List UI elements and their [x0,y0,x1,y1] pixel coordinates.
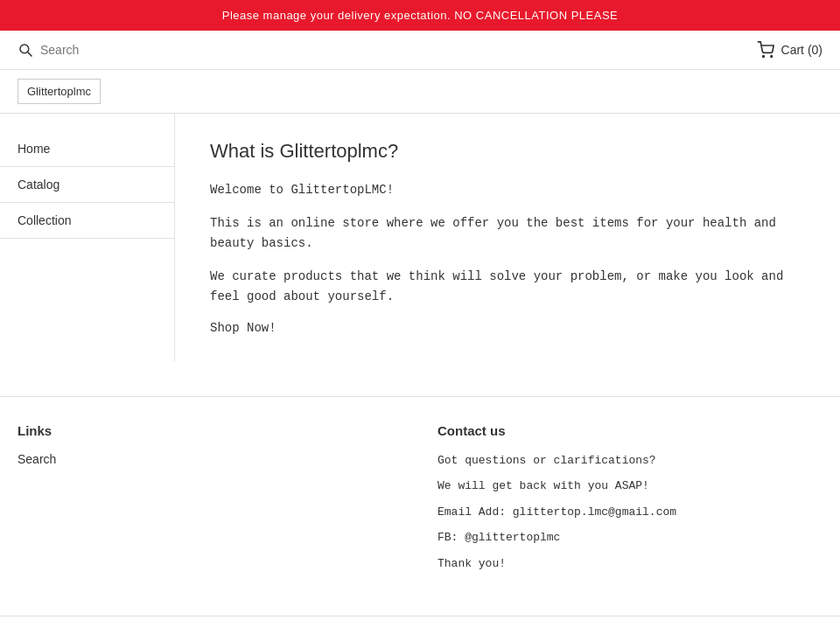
search-icon [18,42,33,58]
svg-point-0 [20,45,29,53]
svg-point-2 [762,56,764,58]
svg-line-1 [28,52,32,57]
footer-contact-section: Contact us Got questions or clarificatio… [420,423,822,582]
search-icon-button[interactable] [18,42,33,58]
cart-label[interactable]: Cart (0) [781,43,822,57]
footer-contact-title: Contact us [438,423,822,438]
footer-contact-line-1: Got questions or clarifications? [438,452,822,470]
content-title: What is Glittertoplmc? [210,140,805,163]
footer-contact-line-3: Email Add: glittertop.lmc@gmail.com [438,504,822,521]
footer-contact-line-4: FB: @glittertoplmc [438,529,822,547]
store-name-box: Glittertoplmc [18,79,101,104]
sidebar-item-catalog[interactable]: Catalog [0,167,174,203]
footer-contact-line-2: We will get back with you ASAP! [438,477,822,495]
sidebar-item-collection[interactable]: Collection [0,203,174,239]
footer: Links Search Contact us Got questions or… [0,396,840,608]
header: Cart (0) [0,31,840,70]
page-bottom-divider [0,616,840,617]
header-right: Cart (0) [757,41,822,59]
content-paragraph1: Welcome to GlittertopLMC! [210,180,805,199]
content-paragraph2: This is an online store where we offer y… [210,213,805,253]
sidebar: Home Catalog Collection [0,114,175,361]
search-input[interactable] [40,43,215,57]
footer-search-link[interactable]: Search [18,452,402,466]
svg-point-3 [770,56,772,58]
banner-text: Please manage your delivery expectation.… [222,9,619,22]
top-banner: Please manage your delivery expectation.… [0,0,840,31]
content-area: What is Glittertoplmc? Welcome to Glitte… [175,114,840,361]
sidebar-item-home[interactable]: Home [0,131,174,167]
content-paragraph3: We curate products that we think will so… [210,267,805,306]
footer-links-section: Links Search [18,423,420,582]
main-layout: Home Catalog Collection What is Glittert… [0,114,840,361]
cart-icon [757,41,774,59]
header-left [18,42,215,58]
footer-contact-line-5: Thank you! [438,555,822,573]
footer-links-title: Links [18,423,402,438]
store-name-section: Glittertoplmc [0,70,840,114]
shop-now-link[interactable]: Shop Now! [210,321,276,335]
